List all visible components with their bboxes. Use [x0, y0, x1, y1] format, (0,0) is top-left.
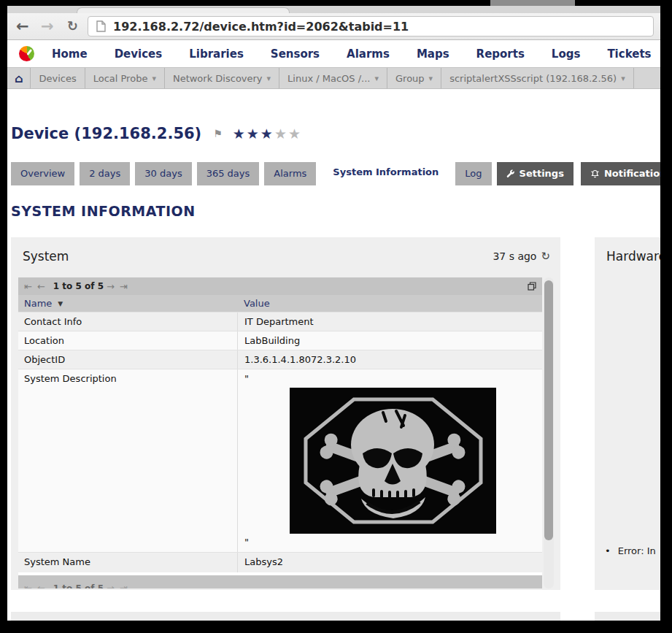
next-panel-row-left [11, 612, 560, 621]
row-value: 1.3.6.1.4.1.8072.3.2.10 [237, 350, 542, 369]
address-bar[interactable]: 192.168.2.72/device.htm?id=2062&tabid=11 [88, 16, 654, 37]
breadcrumb-devices[interactable]: Devices [31, 68, 85, 88]
nav-maps[interactable]: Maps [417, 47, 449, 61]
tab-2-days[interactable]: 2 days [80, 162, 130, 185]
settings-button[interactable]: Settings [497, 162, 573, 185]
breadcrumb-network-discovery[interactable]: Network Discovery ▾ [165, 68, 279, 88]
priority-stars[interactable]: ★★★★★ [233, 126, 302, 142]
table-scrollbar[interactable] [544, 277, 554, 588]
browser-tab-strip [7, 6, 660, 13]
refresh-icon[interactable]: ↻ [541, 250, 550, 263]
reload-icon[interactable]: ↻ [67, 16, 78, 37]
star-icon[interactable]: ★ [247, 126, 260, 142]
table-header: Name ▼ Value [18, 295, 542, 312]
tab-overview[interactable]: Overview [11, 162, 74, 185]
hardware-panel: Hardware • Error: In [595, 237, 660, 590]
chevron-down-icon: ▾ [152, 74, 156, 83]
scrollbar-thumb[interactable] [544, 280, 553, 540]
nav-tickets[interactable]: Tickets [607, 47, 651, 61]
table-row: Contact Info IT Department [18, 312, 542, 331]
device-title-row: Device (192.168.2.56) ⚑ ★★★★★ [11, 123, 302, 145]
breadcrumb-linux-macos[interactable]: Linux / MacOS /... ▾ [279, 68, 387, 88]
system-panel: System 37 s ago ↻ ⇤ ← 1 to 5 of 5 → ⇥ [11, 237, 560, 590]
tab-system-information[interactable]: System Information [321, 159, 450, 185]
system-panel-header: System 37 s ago ↻ [11, 237, 560, 264]
back-icon[interactable]: ← [16, 16, 29, 37]
chevron-down-icon: ▾ [621, 74, 625, 83]
row-name: Contact Info [18, 312, 237, 331]
notifications-button[interactable]: Notifications [581, 162, 660, 185]
star-icon[interactable]: ★ [260, 126, 274, 142]
forward-icon[interactable]: → [41, 16, 54, 37]
prtg-logo[interactable] [19, 46, 34, 61]
priority-flag-icon[interactable]: ⚑ [213, 128, 223, 139]
pagination-bar-bottom: ⇤ ← 1 to 5 of 5 → ⇥ [18, 575, 542, 588]
notifications-label: Notifications [604, 168, 660, 179]
column-header-value[interactable]: Value [237, 298, 270, 309]
chevron-down-icon: ▾ [429, 74, 433, 83]
first-page-icon[interactable]: ⇤ [24, 281, 32, 292]
hardware-error-text: Error: In [618, 545, 656, 556]
main-nav: Home Devices Libraries Sensors Alarms Ma… [7, 40, 660, 67]
row-value: " [237, 369, 542, 552]
row-name: ObjectID [18, 350, 237, 369]
column-header-name[interactable]: Name ▼ [18, 298, 237, 309]
browser-toolbar: ← → ↻ 192.168.2.72/device.htm?id=2062&ta… [7, 13, 660, 40]
row-name: System Description [18, 369, 237, 552]
bell-icon [590, 169, 600, 178]
last-page-icon[interactable]: ⇥ [120, 583, 128, 588]
device-tabs: Overview 2 days 30 days 365 days Alarms … [11, 159, 660, 185]
skull-crossbones-image [290, 388, 496, 534]
nav-reports[interactable]: Reports [476, 47, 525, 61]
chevron-down-icon: ▾ [375, 74, 379, 83]
system-table-area: ⇤ ← 1 to 5 of 5 → ⇥ Name ▼ Value [18, 277, 554, 588]
tab-365-days[interactable]: 365 days [197, 162, 260, 185]
system-panel-title: System [23, 249, 69, 264]
close-quote: " [244, 537, 536, 548]
table-row-system-description: System Description " [18, 369, 542, 552]
prev-page-icon[interactable]: ← [37, 281, 45, 292]
breadcrumb-local-probe[interactable]: Local Probe ▾ [85, 68, 165, 88]
nav-home[interactable]: Home [52, 47, 88, 61]
background-window-fragment [490, 0, 575, 6]
nav-logs[interactable]: Logs [552, 47, 581, 61]
star-icon[interactable]: ★ [233, 126, 247, 142]
open-in-window-icon[interactable] [528, 282, 536, 291]
breadcrumb-label: Network Discovery [173, 73, 263, 84]
row-name: System Name [18, 553, 237, 572]
row-value: LabBuilding [237, 331, 542, 350]
bullet-icon: • [605, 545, 611, 556]
wrench-icon [506, 169, 515, 178]
home-icon: ⌂ [15, 72, 23, 85]
url-text[interactable]: 192.168.2.72/device.htm?id=2062&tabid=11 [113, 20, 409, 34]
next-page-icon[interactable]: → [107, 583, 115, 588]
open-quote: " [244, 373, 536, 385]
breadcrumb-label: Group [395, 73, 425, 84]
breadcrumb-device[interactable]: scriptalertXSSscript (192.168.2.56) ▾ [441, 68, 634, 88]
breadcrumb-label: scriptalertXSSscript (192.168.2.56) [449, 73, 617, 84]
system-table: ⇤ ← 1 to 5 of 5 → ⇥ Name ▼ Value [18, 277, 542, 588]
nav-libraries[interactable]: Libraries [189, 47, 244, 61]
table-row: Location LabBuilding [18, 331, 542, 350]
star-icon[interactable]: ★ [274, 126, 288, 142]
hardware-panel-title: Hardware [606, 249, 660, 264]
breadcrumb-group[interactable]: Group ▾ [387, 68, 441, 88]
breadcrumb-home[interactable]: ⌂ [7, 68, 31, 88]
pagination-bar-top: ⇤ ← 1 to 5 of 5 → ⇥ [18, 277, 542, 295]
pagination-text: 1 to 5 of 5 [53, 281, 104, 291]
row-value: Labsys2 [237, 553, 542, 572]
tab-30-days[interactable]: 30 days [135, 162, 191, 185]
last-page-icon[interactable]: ⇥ [120, 281, 128, 292]
star-icon[interactable]: ★ [288, 126, 302, 142]
chevron-down-icon: ▾ [267, 74, 271, 83]
nav-alarms[interactable]: Alarms [347, 47, 390, 61]
tab-log[interactable]: Log [455, 162, 491, 185]
prev-page-icon[interactable]: ← [37, 583, 45, 588]
nav-devices[interactable]: Devices [115, 47, 163, 61]
tab-alarms[interactable]: Alarms [264, 162, 316, 185]
next-panel-row-right [595, 612, 660, 621]
next-page-icon[interactable]: → [107, 281, 115, 292]
browser-window: ← → ↻ 192.168.2.72/device.htm?id=2062&ta… [7, 6, 660, 621]
first-page-icon[interactable]: ⇤ [24, 583, 32, 588]
nav-sensors[interactable]: Sensors [271, 47, 320, 61]
